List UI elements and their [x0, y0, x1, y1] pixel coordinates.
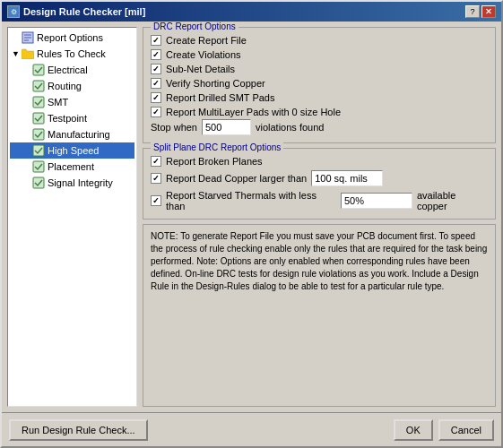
cancel-button[interactable]: Cancel: [438, 419, 494, 441]
tree-item-rules-to-check[interactable]: ▼Rules To Check: [10, 46, 134, 62]
note-box: NOTE: To generate Report File you must s…: [143, 224, 496, 407]
drc-option-row-1: Create Violations: [151, 49, 488, 60]
split-plane-group: Split Plane DRC Report Options Report Br…: [143, 148, 496, 220]
right-panel: DRC Report Options Create Report FileCre…: [143, 27, 496, 407]
split-plane-option-row-0: Report Broken Planes: [151, 156, 488, 167]
split-plane-suffix-2: available copper: [417, 190, 488, 211]
svg-rect-6: [33, 97, 44, 108]
tree-item-routing[interactable]: Routing: [10, 78, 134, 94]
drc-checkbox-0[interactable]: [151, 35, 161, 46]
window-title: Design Rule Checker [mil]: [23, 6, 145, 17]
tree-item-label: High Speed: [48, 145, 100, 156]
drc-option-label-4: Report Drilled SMT Pads: [166, 92, 274, 103]
tree-item-label: Testpoint: [48, 113, 87, 124]
tree-item-label: SMT: [48, 97, 68, 108]
drc-option-label-0: Create Report File: [166, 35, 247, 46]
split-plane-option-row-2: Report Starved Thermals with less thanav…: [151, 190, 488, 211]
svg-rect-10: [33, 161, 44, 172]
tree-item-label: Manufacturing: [48, 129, 110, 140]
left-panel: Report Options▼Rules To CheckElectricalR…: [7, 27, 137, 407]
svg-rect-7: [33, 113, 44, 124]
tree-item-label: Placement: [48, 161, 94, 172]
help-button[interactable]: ?: [465, 5, 480, 18]
drc-checkbox-3[interactable]: [151, 78, 161, 89]
leaf-icon: [31, 159, 46, 174]
expand-icon: ▼: [12, 49, 21, 58]
note-text: NOTE: To generate Report File you must s…: [151, 231, 487, 291]
stop-value-input[interactable]: [202, 119, 251, 135]
leaf-icon: [31, 79, 46, 93]
drc-checkbox-1[interactable]: [151, 49, 161, 60]
split-plane-checkbox-0[interactable]: [151, 156, 161, 167]
leaf-icon: [21, 30, 35, 45]
drc-option-row-5: Report MultiLayer Pads with 0 size Hole: [151, 107, 488, 117]
svg-rect-4: [33, 65, 44, 75]
split-plane-input-2[interactable]: [341, 193, 412, 209]
tree-item-signal-integrity[interactable]: Signal Integrity: [10, 175, 134, 191]
svg-rect-9: [33, 145, 44, 156]
folder-icon: [21, 47, 35, 61]
split-plane-checkbox-2[interactable]: [151, 195, 161, 206]
drc-option-label-5: Report MultiLayer Pads with 0 size Hole: [166, 107, 341, 117]
drc-report-title: DRC Report Options: [151, 22, 238, 31]
drc-option-label-1: Create Violations: [166, 49, 241, 60]
tree-item-label: Rules To Check: [37, 48, 106, 59]
split-plane-option-label-0: Report Broken Planes: [166, 156, 263, 167]
split-plane-option-row-1: Report Dead Copper larger than: [151, 170, 488, 186]
tree-item-placement[interactable]: Placement: [10, 159, 134, 175]
leaf-icon: [31, 63, 46, 77]
drc-option-row-0: Create Report File: [151, 35, 488, 46]
leaf-icon: [31, 176, 46, 190]
title-bar-left: ⚙ Design Rule Checker [mil]: [7, 5, 145, 18]
tree-item-label: Signal Integrity: [48, 177, 113, 188]
main-content: Report Options▼Rules To CheckElectricalR…: [2, 22, 501, 412]
drc-report-group: DRC Report Options Create Report FileCre…: [143, 27, 496, 143]
leaf-icon: [31, 95, 46, 109]
violations-found-label: violations found: [256, 122, 324, 133]
window-icon: ⚙: [7, 5, 20, 18]
split-plane-title: Split Plane DRC Report Options: [151, 142, 283, 152]
leaf-icon: [31, 143, 46, 158]
tree-item-electrical[interactable]: Electrical: [10, 62, 134, 78]
tree-item-high-speed[interactable]: High Speed: [10, 142, 134, 159]
tree-item-manufacturing[interactable]: Manufacturing: [10, 126, 134, 142]
drc-option-label-2: Sub-Net Details: [166, 64, 235, 74]
svg-rect-8: [33, 129, 44, 140]
drc-checkbox-4[interactable]: [151, 92, 161, 103]
drc-checkbox-2[interactable]: [151, 64, 161, 74]
bottom-bar: Run Design Rule Check... OK Cancel: [2, 412, 501, 446]
drc-option-row-2: Sub-Net Details: [151, 64, 488, 74]
leaf-icon: [31, 111, 46, 125]
right-buttons: OK Cancel: [394, 419, 494, 441]
tree-item-label: Routing: [48, 81, 82, 91]
split-plane-input-1[interactable]: [311, 170, 383, 186]
stop-row: Stop when violations found: [151, 119, 488, 135]
ok-button[interactable]: OK: [394, 419, 433, 441]
tree-item-testpoint[interactable]: Testpoint: [10, 110, 134, 126]
leaf-icon: [31, 127, 46, 142]
tree-item-report-options[interactable]: Report Options: [10, 30, 134, 46]
split-plane-options-list: Report Broken PlanesReport Dead Copper l…: [151, 156, 488, 211]
stop-when-label: Stop when: [151, 122, 197, 133]
split-plane-option-label-2: Report Starved Thermals with less than: [166, 190, 336, 211]
svg-rect-5: [33, 81, 44, 91]
split-plane-checkbox-1[interactable]: [151, 173, 161, 184]
tree-item-label: Report Options: [37, 32, 103, 43]
drc-option-row-3: Verify Shorting Copper: [151, 78, 488, 89]
tree-item-label: Electrical: [48, 65, 88, 75]
run-design-rule-check-button[interactable]: Run Design Rule Check...: [9, 419, 148, 441]
drc-option-row-4: Report Drilled SMT Pads: [151, 92, 488, 103]
svg-rect-11: [33, 177, 44, 188]
drc-checkbox-5[interactable]: [151, 107, 161, 117]
main-window: ⚙ Design Rule Checker [mil] ? ✕ Report O…: [0, 0, 503, 448]
close-button[interactable]: ✕: [481, 5, 496, 18]
tree-item-smt[interactable]: SMT: [10, 94, 134, 110]
split-plane-option-label-1: Report Dead Copper larger than: [166, 173, 307, 184]
drc-option-label-3: Verify Shorting Copper: [166, 78, 265, 89]
title-bar: ⚙ Design Rule Checker [mil] ? ✕: [2, 2, 501, 22]
drc-options-list: Create Report FileCreate ViolationsSub-N…: [151, 35, 488, 117]
title-bar-controls: ? ✕: [465, 5, 496, 18]
